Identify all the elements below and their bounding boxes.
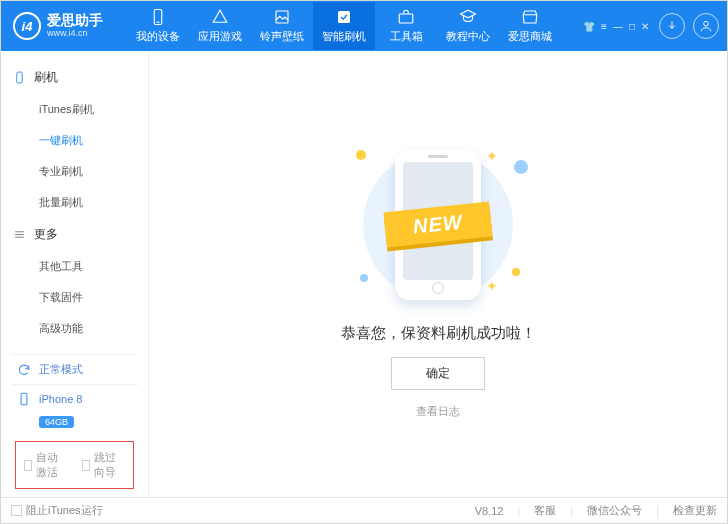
checkbox-skip-guide[interactable]: 跳过向导 (82, 450, 126, 480)
sidebar-head-more[interactable]: 更多 (13, 218, 136, 251)
brand-cn: 爱思助手 (47, 13, 103, 28)
sidebar-item-download-fw[interactable]: 下载固件 (39, 282, 136, 313)
checkbox-block-itunes[interactable]: 阻止iTunes运行 (11, 503, 103, 518)
sidebar-group-flash: 刷机 iTunes刷机 一键刷机 专业刷机 批量刷机 更多 其他工具 下载固件 … (1, 61, 148, 344)
logo-text: 爱思助手 www.i4.cn (47, 13, 103, 38)
nav-label: 爱思商城 (508, 29, 552, 44)
logo: i4 爱思助手 www.i4.cn (13, 12, 103, 40)
logo-badge: i4 (13, 12, 41, 40)
nav-my-device[interactable]: 我的设备 (127, 2, 189, 50)
shirt-icon[interactable]: 👕 (583, 21, 595, 32)
nav-flash[interactable]: 智能刷机 (313, 2, 375, 50)
sidebar-head-flash[interactable]: 刷机 (13, 61, 136, 94)
support-link[interactable]: 客服 (534, 503, 556, 518)
apps-icon (211, 8, 229, 26)
view-log-link[interactable]: 查看日志 (416, 404, 460, 419)
nav-tutorial[interactable]: 教程中心 (437, 2, 499, 50)
minimize-icon[interactable]: ― (613, 21, 623, 32)
success-message: 恭喜您，保资料刷机成功啦！ (341, 324, 536, 343)
phone-icon (17, 392, 31, 406)
svg-rect-6 (17, 72, 22, 83)
user-button[interactable] (693, 13, 719, 39)
flash-icon (335, 8, 353, 26)
phone-icon (149, 8, 167, 26)
svg-rect-10 (21, 393, 27, 405)
sidebar-item-pro[interactable]: 专业刷机 (39, 156, 136, 187)
device-icon (13, 71, 26, 84)
download-button[interactable] (659, 13, 685, 39)
window-controls: 👕 ≡ ― □ ✕ (583, 13, 719, 39)
nav-apps[interactable]: 应用游戏 (189, 2, 251, 50)
svg-rect-2 (276, 11, 288, 23)
svg-rect-4 (399, 14, 413, 23)
sidebar: 刷机 iTunes刷机 一键刷机 专业刷机 批量刷机 更多 其他工具 下载固件 … (1, 51, 149, 497)
sidebar-bottom: 正常模式 iPhone 8 64GB 自动激活 跳过向导 (1, 354, 148, 497)
mode-indicator[interactable]: 正常模式 (11, 354, 138, 384)
nav-label: 工具箱 (390, 29, 423, 44)
top-nav: 我的设备 应用游戏 铃声壁纸 智能刷机 工具箱 教程中心 (127, 2, 561, 50)
success-illustration: ✦✦ NEW (328, 140, 548, 310)
device-indicator[interactable]: iPhone 8 64GB (11, 384, 138, 435)
main-body: 刷机 iTunes刷机 一键刷机 专业刷机 批量刷机 更多 其他工具 下载固件 … (1, 51, 727, 497)
nav-label: 应用游戏 (198, 29, 242, 44)
nav-label: 我的设备 (136, 29, 180, 44)
nav-label: 铃声壁纸 (260, 29, 304, 44)
nav-store[interactable]: 爱思商城 (499, 2, 561, 50)
sidebar-item-batch[interactable]: 批量刷机 (39, 187, 136, 218)
refresh-icon (17, 363, 31, 377)
checkbox-auto-activate[interactable]: 自动激活 (24, 450, 68, 480)
mini-controls: 👕 ≡ ― □ ✕ (583, 21, 649, 32)
nav-ringtone[interactable]: 铃声壁纸 (251, 2, 313, 50)
update-link[interactable]: 检查更新 (673, 503, 717, 518)
menu-icon[interactable]: ≡ (601, 21, 607, 32)
maximize-icon[interactable]: □ (629, 21, 635, 32)
nav-toolbox[interactable]: 工具箱 (375, 2, 437, 50)
sidebar-item-oneclick[interactable]: 一键刷机 (39, 125, 136, 156)
capacity-badge: 64GB (39, 416, 74, 428)
ok-button[interactable]: 确定 (391, 357, 485, 390)
nav-label: 智能刷机 (322, 29, 366, 44)
sidebar-item-itunes[interactable]: iTunes刷机 (39, 94, 136, 125)
options-highlight-box: 自动激活 跳过向导 (15, 441, 134, 489)
svg-rect-3 (338, 11, 350, 23)
store-icon (521, 8, 539, 26)
close-icon[interactable]: ✕ (641, 21, 649, 32)
sidebar-item-othertools[interactable]: 其他工具 (39, 251, 136, 282)
list-icon (13, 228, 26, 241)
brand-en: www.i4.cn (47, 29, 103, 39)
nav-label: 教程中心 (446, 29, 490, 44)
content-area: ✦✦ NEW 恭喜您，保资料刷机成功啦！ 确定 查看日志 (149, 51, 727, 497)
version-label: V8.12 (475, 505, 504, 517)
app-window: i4 爱思助手 www.i4.cn 我的设备 应用游戏 铃声壁纸 智能刷机 (0, 0, 728, 524)
status-bar: 阻止iTunes运行 V8.12 | 客服 | 微信公众号 | 检查更新 (1, 497, 727, 523)
toolbox-icon (397, 8, 415, 26)
device-name: iPhone 8 (39, 393, 82, 405)
svg-point-5 (704, 21, 709, 26)
sidebar-item-advanced[interactable]: 高级功能 (39, 313, 136, 344)
wallpaper-icon (273, 8, 291, 26)
tutorial-icon (459, 8, 477, 26)
titlebar: i4 爱思助手 www.i4.cn 我的设备 应用游戏 铃声壁纸 智能刷机 (1, 1, 727, 51)
wechat-link[interactable]: 微信公众号 (587, 503, 642, 518)
